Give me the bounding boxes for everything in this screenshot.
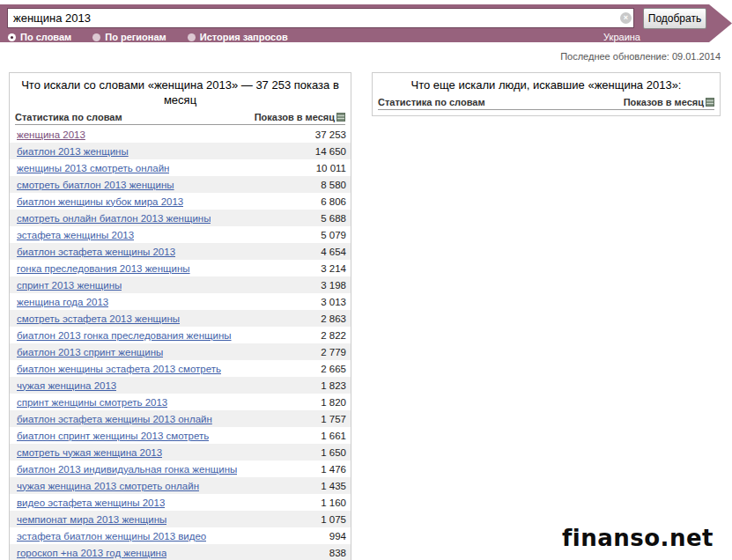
- table-row: биатлон спринт женщины 2013 смотреть1 66…: [10, 427, 351, 444]
- impressions-value: 3 013: [314, 297, 346, 307]
- keyword-link[interactable]: гонка преследования 2013 женщины: [17, 263, 190, 274]
- keyword-link[interactable]: чужая женщина 2013 смотреть онлайн: [17, 481, 199, 491]
- impressions-value: 2 665: [314, 364, 346, 374]
- column-header-impressions: Показов в месяц: [255, 112, 335, 122]
- keywords-table-body: женщина 201337 253биатлон 2013 женщины14…: [10, 126, 351, 560]
- table-row: женщина 201337 253: [10, 126, 351, 143]
- search-bar: × Подобрать По словам По регионам Истори…: [0, 4, 732, 42]
- region-selector-link[interactable]: Украина: [603, 32, 640, 43]
- table-row: гороскоп +на 2013 год женщина838: [10, 544, 351, 560]
- table-row: смотреть эстафета 2013 женщины2 863: [10, 310, 351, 327]
- impressions-value: 838: [322, 548, 346, 558]
- tab-label: История запросов: [200, 32, 288, 42]
- table-row: биатлон эстафета женщины 2013 онлайн1 75…: [10, 410, 351, 427]
- keyword-link[interactable]: биатлон 2013 гонка преследования женщины: [17, 330, 232, 341]
- table-row: чемпионат мира 2013 женщины1 075: [10, 511, 351, 527]
- keyword-link[interactable]: эстафета женщины 2013: [17, 230, 134, 240]
- impressions-value: 14 650: [308, 146, 346, 157]
- submit-button[interactable]: Подобрать: [643, 8, 706, 29]
- impressions-value: 1 823: [314, 380, 346, 391]
- tab-by-words[interactable]: По словам: [8, 32, 71, 42]
- table-row: смотреть биатлон 2013 женщины8 580: [10, 176, 351, 193]
- keyword-link[interactable]: смотреть эстафета 2013 женщины: [17, 313, 180, 324]
- table-row: спринт 2013 женщины3 198: [10, 276, 351, 293]
- keyword-link[interactable]: биатлон спринт женщины 2013 смотреть: [17, 431, 209, 441]
- radio-icon[interactable]: [188, 33, 196, 41]
- keyword-link[interactable]: биатлон 2013 индивидуальная гонка женщин…: [17, 464, 237, 475]
- impressions-value: 1 435: [314, 481, 346, 491]
- impressions-value: 1 476: [314, 464, 346, 475]
- keywords-panel-title: Что искали со словами «женщина 2013» — 3…: [10, 73, 351, 110]
- table-row: эстафета биатлон женщины 2013 видео994: [10, 527, 351, 544]
- impressions-value: 994: [322, 531, 346, 542]
- impressions-value: 6 806: [314, 196, 346, 207]
- keyword-link[interactable]: биатлон 2013 спринт женщины: [17, 347, 163, 357]
- keyword-link[interactable]: женщина года 2013: [17, 297, 108, 307]
- impressions-value: 3 214: [314, 263, 346, 274]
- impressions-value: 2 863: [314, 313, 346, 324]
- keyword-link[interactable]: биатлон женщины кубок мира 2013: [17, 196, 183, 207]
- table-row: биатлон 2013 индивидуальная гонка женщин…: [10, 461, 351, 477]
- keyword-link[interactable]: биатлон женщины эстафета 2013 смотреть: [17, 364, 221, 374]
- impressions-value: 8 580: [314, 180, 346, 190]
- keyword-link[interactable]: эстафета биатлон женщины 2013 видео: [17, 531, 206, 542]
- impressions-value: 1 757: [314, 414, 346, 424]
- related-panel: Что еще искали люди, искавшие «женщина 2…: [372, 72, 721, 116]
- search-mode-tabs: По словам По регионам История запросов: [8, 32, 288, 42]
- column-header-impressions: Показов в месяц: [624, 97, 704, 107]
- radio-icon[interactable]: [92, 33, 100, 41]
- table-row: биатлон женщины кубок мира 20136 806: [10, 193, 351, 210]
- keyword-link[interactable]: спринт 2013 женщины: [17, 280, 122, 291]
- keyword-link[interactable]: женщина 2013: [17, 129, 85, 140]
- keywords-panel: Что искали со словами «женщина 2013» — 3…: [9, 72, 351, 560]
- table-row: смотреть чужая женщина 20131 650: [10, 444, 351, 461]
- keyword-link[interactable]: смотреть биатлон 2013 женщины: [17, 180, 174, 190]
- keyword-link[interactable]: смотреть онлайн биатлон 2013 женщины: [17, 213, 211, 224]
- search-input[interactable]: [7, 8, 634, 28]
- keyword-link[interactable]: чемпионат мира 2013 женщины: [17, 514, 166, 525]
- table-row: биатлон 2013 женщины14 650: [10, 143, 351, 159]
- keyword-link[interactable]: биатлон 2013 женщины: [17, 146, 129, 157]
- impressions-value: 4 654: [314, 247, 346, 257]
- table-row: чужая женщина 20131 823: [10, 377, 351, 394]
- keyword-link[interactable]: гороскоп +на 2013 год женщина: [17, 548, 166, 558]
- keyword-link[interactable]: спринт женщины смотреть 2013: [17, 397, 167, 408]
- table-row: чужая женщина 2013 смотреть онлайн1 435: [10, 477, 351, 494]
- keyword-link[interactable]: смотреть чужая женщина 2013: [17, 447, 162, 458]
- keyword-link[interactable]: видео эстафета женщины 2013: [17, 497, 165, 508]
- impressions-value: 2 779: [314, 347, 346, 357]
- impressions-value: 1 661: [314, 431, 346, 441]
- keyword-link[interactable]: чужая женщина 2013: [17, 380, 116, 391]
- impressions-value: 37 253: [308, 129, 346, 140]
- table-row: женщина года 20133 013: [10, 293, 351, 310]
- table-row: смотреть онлайн биатлон 2013 женщины5 68…: [10, 210, 351, 226]
- column-header-keywords: Статистика по словам: [15, 112, 122, 122]
- table-row: биатлон женщины эстафета 2013 смотреть2 …: [10, 360, 351, 377]
- table-row: гонка преследования 2013 женщины3 214: [10, 260, 351, 276]
- impressions-value: 5 688: [314, 213, 346, 224]
- table-row: спринт женщины смотреть 20131 820: [10, 394, 351, 410]
- keyword-link[interactable]: биатлон эстафета женщины 2013: [17, 247, 175, 257]
- radio-selected-icon[interactable]: [8, 33, 16, 41]
- clear-search-icon[interactable]: ×: [620, 12, 632, 24]
- table-row: видео эстафета женщины 20131 160: [10, 494, 351, 511]
- table-row: эстафета женщины 20135 079: [10, 226, 351, 243]
- impressions-value: 3 198: [314, 280, 346, 291]
- related-column-headers: Статистика по словам Показов в месяц: [378, 95, 714, 110]
- impressions-value: 1 820: [314, 397, 346, 408]
- keyword-link[interactable]: биатлон эстафета женщины 2013 онлайн: [17, 414, 212, 424]
- info-icon[interactable]: [706, 98, 714, 107]
- tab-query-history[interactable]: История запросов: [188, 32, 288, 42]
- impressions-value: 5 079: [314, 230, 346, 240]
- impressions-value: 10 011: [309, 163, 346, 173]
- tab-label: По словам: [20, 32, 71, 42]
- last-update-text: Последнее обновление: 09.01.2014: [560, 51, 721, 62]
- column-header-keywords: Статистика по словам: [378, 97, 485, 107]
- info-icon[interactable]: [336, 113, 345, 122]
- table-row: биатлон эстафета женщины 20134 654: [10, 243, 351, 260]
- tab-by-regions[interactable]: По регионам: [92, 32, 166, 42]
- table-row: биатлон 2013 спринт женщины2 779: [10, 343, 351, 360]
- impressions-value: 2 822: [314, 330, 346, 341]
- keyword-link[interactable]: женщины 2013 смотреть онлайн: [17, 163, 169, 173]
- tab-label: По регионам: [105, 32, 166, 42]
